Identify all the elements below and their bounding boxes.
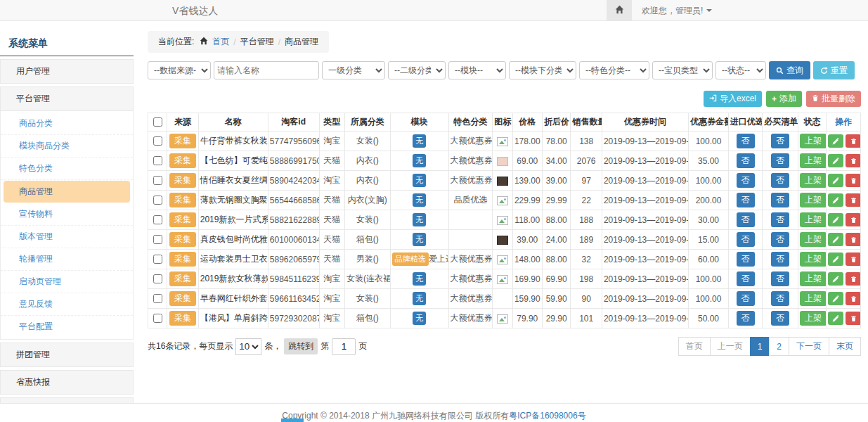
delete-button[interactable] (846, 134, 860, 148)
import-toggle-badge[interactable]: 否 (737, 134, 755, 148)
import-toggle-badge[interactable]: 否 (737, 252, 755, 267)
module-badge[interactable]: 无 (413, 233, 426, 246)
status-badge[interactable]: 上架 (800, 212, 827, 227)
edit-button[interactable] (828, 134, 843, 148)
row-checkbox[interactable] (153, 255, 162, 264)
edit-button[interactable] (828, 193, 843, 207)
icp-link[interactable]: 粤ICP备16098006号 (509, 411, 585, 421)
jump-button[interactable]: 跳转到 (284, 338, 318, 354)
edit-button[interactable] (828, 154, 843, 167)
import-toggle-badge[interactable]: 否 (737, 311, 755, 326)
module-badge[interactable]: 无 (413, 174, 426, 187)
item-type-select[interactable]: --宝贝类型-- (652, 61, 713, 79)
import-excel-button[interactable]: 导入excel (704, 91, 762, 107)
module-badge[interactable]: 无 (413, 312, 426, 325)
must-buy-toggle-badge[interactable]: 否 (771, 252, 789, 267)
sidebar-subitem-promo-material[interactable]: 宣传物料 (1, 203, 133, 226)
name-input[interactable] (214, 61, 319, 79)
import-toggle-badge[interactable]: 否 (737, 212, 755, 227)
module-badge[interactable]: 无 (413, 134, 426, 148)
import-toggle-badge[interactable]: 否 (737, 291, 755, 306)
must-buy-toggle-badge[interactable]: 否 (771, 153, 789, 168)
breadcrumb-home-link[interactable]: 首页 (212, 36, 229, 48)
row-checkbox[interactable] (153, 196, 162, 205)
must-buy-toggle-badge[interactable]: 否 (771, 134, 789, 148)
batch-delete-button[interactable]: 批量删除 (806, 91, 861, 107)
sidebar-subitem-carousel-manage[interactable]: 轮播管理 (1, 248, 133, 271)
category1-select[interactable]: 一级分类 (322, 61, 385, 79)
delete-button[interactable] (846, 272, 860, 286)
sidebar-item-users[interactable]: 用户管理 (0, 59, 134, 84)
sidebar-subitem-goods-manage[interactable]: 商品管理 (4, 181, 130, 203)
sidebar-subitem-module-goods-category[interactable]: 模块商品分类 (1, 135, 133, 158)
row-checkbox[interactable] (153, 176, 162, 185)
module-badge[interactable]: 无 (413, 154, 426, 167)
delete-button[interactable] (846, 233, 860, 246)
delete-button[interactable] (846, 312, 860, 325)
delete-button[interactable] (846, 292, 860, 305)
module-sub-select[interactable]: --模块下分类-- (509, 61, 576, 79)
import-toggle-badge[interactable]: 否 (737, 232, 755, 247)
edit-button[interactable] (828, 312, 843, 325)
row-checkbox[interactable] (153, 156, 162, 165)
must-buy-toggle-badge[interactable]: 否 (771, 271, 789, 286)
edit-button[interactable] (828, 213, 843, 226)
sidebar-item-group-buy[interactable]: 拼团管理 (0, 343, 134, 367)
sidebar-item-express[interactable]: 省惠快报 (0, 370, 134, 395)
delete-button[interactable] (846, 154, 860, 167)
per-page-select[interactable]: 10 (235, 338, 261, 355)
delete-button[interactable] (846, 252, 860, 266)
pager-page-2[interactable]: 2 (769, 337, 789, 356)
delete-button[interactable] (846, 213, 860, 226)
must-buy-toggle-badge[interactable]: 否 (771, 173, 789, 188)
sidebar-subitem-feature-category[interactable]: 特色分类 (1, 158, 133, 180)
edit-button[interactable] (828, 252, 843, 266)
must-buy-toggle-badge[interactable]: 否 (771, 212, 789, 227)
status-badge[interactable]: 上架 (800, 311, 827, 326)
module-badge[interactable]: 无 (413, 213, 426, 226)
row-checkbox[interactable] (153, 294, 162, 303)
module-badge[interactable]: 无 (413, 193, 426, 207)
data-source-select[interactable]: --数据来源-- (148, 61, 211, 79)
user-dropdown[interactable]: 欢迎您，管理员! (632, 0, 722, 21)
import-toggle-badge[interactable]: 否 (737, 153, 755, 168)
status-badge[interactable]: 上架 (800, 173, 827, 188)
edit-button[interactable] (828, 233, 843, 246)
search-button[interactable]: 查询 (769, 61, 810, 79)
row-checkbox[interactable] (153, 235, 162, 244)
module-badge[interactable]: 无 (413, 292, 426, 305)
add-button[interactable]: + 添加 (766, 91, 802, 107)
edit-button[interactable] (828, 272, 843, 286)
must-buy-toggle-badge[interactable]: 否 (771, 311, 789, 326)
pager-first[interactable]: 首页 (678, 337, 711, 356)
must-buy-toggle-badge[interactable]: 否 (771, 193, 789, 207)
import-toggle-badge[interactable]: 否 (737, 271, 755, 286)
page-number-input[interactable] (332, 338, 356, 355)
status-badge[interactable]: 上架 (800, 252, 827, 267)
row-checkbox[interactable] (153, 215, 162, 224)
row-checkbox[interactable] (153, 136, 162, 146)
category2-select[interactable]: --二级分类-- (388, 61, 446, 79)
status-select[interactable]: --状态-- (715, 61, 766, 79)
edit-button[interactable] (828, 292, 843, 305)
edit-button[interactable] (828, 174, 843, 187)
status-badge[interactable]: 上架 (800, 134, 827, 148)
status-badge[interactable]: 上架 (800, 271, 827, 286)
delete-button[interactable] (846, 174, 860, 187)
sidebar-subitem-feedback[interactable]: 意见反馈 (1, 293, 133, 316)
pager-last[interactable]: 末页 (829, 337, 861, 356)
module-select[interactable]: --模块-- (448, 61, 506, 79)
status-badge[interactable]: 上架 (800, 193, 827, 207)
row-checkbox[interactable] (153, 274, 162, 283)
delete-button[interactable] (846, 193, 860, 207)
module-badge[interactable]: 品牌精选 (392, 252, 429, 266)
select-all-checkbox[interactable] (153, 117, 162, 127)
status-badge[interactable]: 上架 (800, 153, 827, 168)
pager-page-1[interactable]: 1 (750, 337, 770, 356)
sidebar-subitem-platform-config[interactable]: 平台配置 (1, 316, 133, 338)
module-badge[interactable]: 无 (413, 272, 426, 286)
reset-button[interactable]: 重置 (813, 61, 855, 79)
import-toggle-badge[interactable]: 否 (737, 193, 755, 207)
status-badge[interactable]: 上架 (800, 291, 827, 306)
import-toggle-badge[interactable]: 否 (737, 173, 755, 188)
